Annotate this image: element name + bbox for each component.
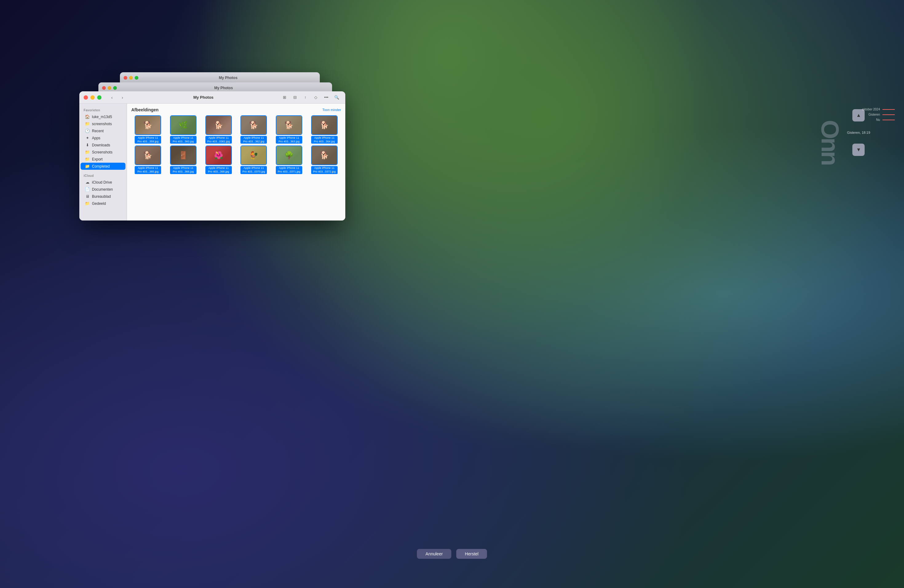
scroll-up-icon: ▲ xyxy=(856,112,861,118)
photo-thumb-5: 🐕 xyxy=(311,115,338,135)
photo-item-9[interactable]: 🐓Apple iPhone 11 Pro 403...0370.jpg xyxy=(237,145,270,174)
folder-icon-4: 📁 xyxy=(85,164,90,169)
view-options-button[interactable]: ⊟ xyxy=(291,94,299,101)
content-area: Afbeeldingen Toon minder 🐕Apple iPhone 1… xyxy=(127,104,345,220)
photo-item-7[interactable]: 🚪Apple iPhone 11 Pro 403...366.jpg xyxy=(167,145,200,174)
photo-label-8: Apple iPhone 11 Pro 403...368.jpg xyxy=(205,166,232,174)
bg-max-2 xyxy=(113,86,117,90)
sidebar-item-export[interactable]: 📁 Export xyxy=(81,156,125,163)
photo-label-11: Apple iPhone 11 Pro 403...0372.jpg xyxy=(311,166,338,174)
sidebar-item-documenten[interactable]: 📄 Documenten xyxy=(81,186,125,193)
folder-icon-3: 📁 xyxy=(85,157,90,161)
photo-item-11[interactable]: 🐕Apple iPhone 11 Pro 403...0372.jpg xyxy=(308,145,341,174)
window-titlebar: ‹ › My Photos ⊞ ⊟ ↑ ◇ ••• 🔍 xyxy=(79,91,345,104)
photo-thumb-4: 🐕 xyxy=(276,115,302,135)
photo-thumb-inner-9: 🐓 xyxy=(241,146,266,164)
folder-icon-1: 📁 xyxy=(85,122,90,126)
sidebar-label-completed: Completed xyxy=(92,164,110,169)
view-grid-button[interactable]: ⊞ xyxy=(280,94,289,101)
folder-icon-2: 📁 xyxy=(85,150,90,154)
photo-thumb-8: 🌺 xyxy=(205,145,232,165)
photo-thumb-inner-6: 🐕 xyxy=(135,146,161,164)
tag-button[interactable]: ◇ xyxy=(311,94,320,101)
sidebar-label-documenten: Documenten xyxy=(92,187,113,191)
sidebar-item-luke[interactable]: 🏠 luke_m13d5 xyxy=(81,113,125,120)
share-button[interactable]: ↑ xyxy=(301,94,310,101)
photo-thumb-7: 🚪 xyxy=(170,145,196,165)
sidebar-label-apps: Apps xyxy=(92,136,100,140)
apps-icon: ✦ xyxy=(85,136,90,140)
sidebar-item-bureaublad[interactable]: 🖥 Bureaublad xyxy=(81,193,125,200)
shared-icon: 📁 xyxy=(85,201,90,206)
cloud-icon: ☁ xyxy=(85,180,90,185)
window-title: My Photos xyxy=(129,95,278,100)
photo-thumb-inner-3: 🐕 xyxy=(241,116,266,134)
photo-thumb-inner-10: 🌳 xyxy=(277,146,302,164)
bg-min-2 xyxy=(107,86,111,90)
photo-thumb-inner-11: 🐕 xyxy=(312,146,337,164)
close-button[interactable] xyxy=(84,95,88,100)
photo-item-8[interactable]: 🌺Apple iPhone 11 Pro 403...368.jpg xyxy=(202,145,235,174)
photo-item-10[interactable]: 🌳Apple iPhone 11 Pro 403...0371.jpg xyxy=(272,145,306,174)
sidebar-label-icloud: iCloud Drive xyxy=(92,180,112,185)
icloud-label: iCloud xyxy=(79,172,127,179)
photo-label-7: Apple iPhone 11 Pro 403...366.jpg xyxy=(170,166,196,174)
photo-item-5[interactable]: 🐕Apple iPhone 11 Pro 403...364.jpg xyxy=(308,115,341,144)
forward-button[interactable]: › xyxy=(118,94,127,101)
timeline-label-nu: Nu xyxy=(876,118,880,122)
show-less-button[interactable]: Toon minder xyxy=(322,108,341,112)
photos-grid: 🐕Apple iPhone 11 Pro 403...359.jpg🌿Apple… xyxy=(131,115,341,174)
sidebar-item-completed[interactable]: 📁 Completed xyxy=(81,163,125,170)
photo-thumb-inner-8: 🌺 xyxy=(206,146,231,164)
sidebar-item-screenshots-1[interactable]: 📁 screenshots xyxy=(81,120,125,127)
sidebar-item-apps[interactable]: ✦ Apps xyxy=(81,134,125,141)
photo-label-1: Apple iPhone 11 Pro 403...360.jpg xyxy=(170,136,196,144)
sidebar-label-luke: luke_m13d5 xyxy=(92,115,112,119)
herstel-button[interactable]: Herstel xyxy=(456,549,487,559)
sidebar-item-icloud-drive[interactable]: ☁ iCloud Drive xyxy=(81,179,125,186)
doc-icon: 📄 xyxy=(85,187,90,191)
sidebar-item-downloads[interactable]: ⬇ Downloads xyxy=(81,141,125,149)
window-body: Favorieten 🏠 luke_m13d5 📁 screenshots 🕐 … xyxy=(79,104,345,220)
sidebar-label-downloads: Downloads xyxy=(92,143,110,147)
bottom-buttons: Annuleer Herstel xyxy=(417,549,487,559)
photo-item-4[interactable]: 🐕Apple iPhone 11 Pro 403...363.jpg xyxy=(272,115,306,144)
timeline-item-oktober: oktober 2024 xyxy=(862,107,895,111)
photo-thumb-3: 🐕 xyxy=(240,115,267,135)
more-button[interactable]: ••• xyxy=(322,94,330,101)
photo-label-0: Apple iPhone 11 Pro 403...359.jpg xyxy=(135,136,161,144)
photo-thumb-inner-5: 🐕 xyxy=(312,116,337,134)
scroll-down-button[interactable]: ▼ xyxy=(852,144,864,156)
desktop-icon: 🖥 xyxy=(85,194,90,199)
bg-close-2 xyxy=(102,86,106,90)
annuleer-button[interactable]: Annuleer xyxy=(417,549,451,559)
photo-thumb-1: 🌿 xyxy=(170,115,196,135)
photo-thumb-inner-1: 🌿 xyxy=(171,116,196,134)
scroll-timestamp: Gisteren, 18:19 xyxy=(847,131,870,134)
photo-item-2[interactable]: 🐕Apple iPhone 11 Pro 403...0361.jpg xyxy=(202,115,235,144)
sidebar-item-gedeeld[interactable]: 📁 Gedeeld xyxy=(81,200,125,207)
timeline-line-gisteren xyxy=(882,114,895,115)
photo-item-3[interactable]: 🐕Apple iPhone 11 Pro 403...362.jpg xyxy=(237,115,270,144)
scroll-down-icon: ▼ xyxy=(856,147,861,153)
photo-item-0[interactable]: 🐕Apple iPhone 11 Pro 403...359.jpg xyxy=(131,115,165,144)
photo-item-1[interactable]: 🌿Apple iPhone 11 Pro 403...360.jpg xyxy=(167,115,200,144)
sidebar-item-screenshots-2[interactable]: 📁 Screenshots xyxy=(81,149,125,156)
photo-thumb-inner-4: 🐕 xyxy=(277,116,302,134)
onn-text: Onn xyxy=(816,120,844,164)
sidebar-item-recent[interactable]: 🕐 Recent xyxy=(81,127,125,134)
timeline-label-oktober: oktober 2024 xyxy=(862,107,880,111)
maximize-button[interactable] xyxy=(97,95,101,100)
timeline-line-oktober xyxy=(882,109,895,110)
photo-label-9: Apple iPhone 11 Pro 403...0370.jpg xyxy=(240,166,267,174)
minimize-button[interactable] xyxy=(90,95,95,100)
timeline-line-nu xyxy=(882,120,895,120)
bg-close-3 xyxy=(123,76,127,80)
photo-thumb-10: 🌳 xyxy=(276,145,302,165)
sidebar: Favorieten 🏠 luke_m13d5 📁 screenshots 🕐 … xyxy=(79,104,127,220)
photo-thumb-inner-2: 🐕 xyxy=(206,116,231,134)
search-button[interactable]: 🔍 xyxy=(332,94,341,101)
back-button[interactable]: ‹ xyxy=(107,94,116,101)
sidebar-label-screenshots: screenshots xyxy=(92,122,112,126)
photo-item-6[interactable]: 🐕Apple iPhone 11 Pro 403...365.jpg xyxy=(131,145,165,174)
